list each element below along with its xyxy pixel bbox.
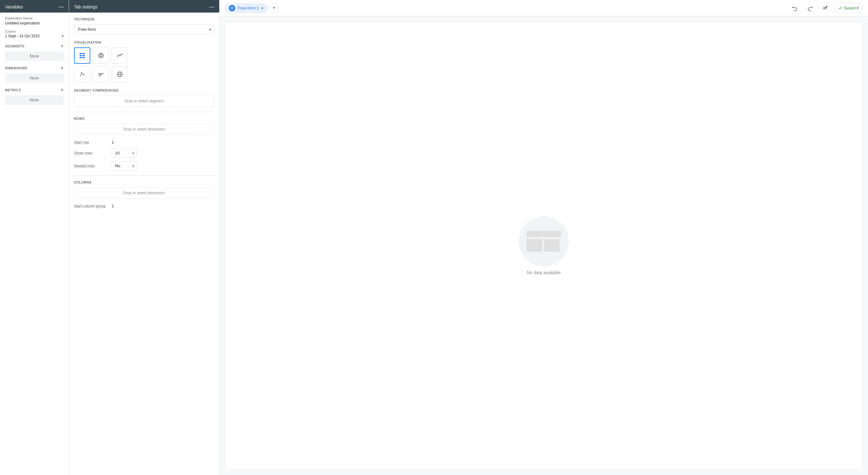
tab-chevron-icon: ▾ [261, 6, 264, 10]
tab-label: Free-form 1 [238, 6, 259, 10]
date-chevron-icon: ▾ [62, 34, 64, 38]
start-column-group-value[interactable]: 1 [112, 204, 114, 208]
svg-rect-2 [80, 55, 82, 56]
svg-point-11 [83, 74, 84, 75]
date-custom-label: Custom [5, 30, 64, 33]
svg-rect-4 [80, 57, 82, 58]
vis-button-table[interactable] [74, 48, 90, 64]
segments-add-button[interactable]: + [60, 43, 64, 49]
technique-label: TECHNIQUE [74, 18, 214, 21]
svg-rect-13 [98, 73, 104, 74]
date-range-text: 1 Sept - 14 Oct 2022 [5, 34, 40, 38]
tab-settings-body: TECHNIQUE Free-form ▾ VISUALISATION [69, 12, 219, 475]
no-data-inner [527, 231, 561, 251]
rows-label: ROWS [74, 117, 214, 120]
segments-none: None [5, 52, 64, 61]
variables-title: Variables [5, 4, 23, 9]
variables-panel-header: Variables — [0, 0, 69, 12]
rows-section: ROWS Drop or select dimension Start row … [74, 117, 214, 170]
nested-rows-select[interactable]: No Yes [112, 161, 137, 170]
svg-rect-3 [83, 55, 85, 56]
main-canvas: No data available [224, 21, 863, 470]
redo-button[interactable] [804, 2, 816, 14]
vis-button-geo[interactable] [112, 66, 128, 83]
metrics-add-button[interactable]: + [60, 87, 64, 93]
vis-button-bar[interactable] [93, 66, 109, 83]
show-rows-setting: Show rows 10 25 50 100 ▾ [74, 148, 214, 157]
start-row-label: Start row [74, 140, 112, 145]
status-dropdown-icon: ▾ [857, 6, 859, 10]
tab-icon [229, 5, 235, 11]
date-range-selector[interactable]: 1 Sept - 14 Oct 2022 ▾ [5, 34, 64, 38]
share-button[interactable] [819, 2, 831, 14]
variables-panel: Variables — Exploration Name: Untitled e… [0, 0, 69, 475]
no-data-icon [519, 216, 569, 266]
segments-section-header: SEGMENTS + [5, 43, 64, 49]
nested-rows-label: Nested rows [74, 164, 112, 168]
nested-rows-setting: Nested rows No Yes ▾ [74, 161, 214, 170]
variables-body: Exploration Name: Untitled exploration C… [0, 12, 69, 475]
technique-select[interactable]: Free-form [74, 24, 214, 34]
columns-section: COLUMNS Drop or select dimension Start c… [74, 181, 214, 208]
segment-drop-zone[interactable]: Drop or select segment [74, 95, 214, 107]
columns-label: COLUMNS [74, 181, 214, 184]
exploration-label: Exploration Name: [5, 16, 64, 20]
main-content: Free-form 1 ▾ + [219, 0, 868, 475]
visualisation-grid [74, 48, 214, 83]
dimensions-none: None [5, 73, 64, 83]
tabs-area: Free-form 1 ▾ + [224, 3, 279, 13]
start-column-group-label: Start column group [74, 204, 112, 208]
svg-point-10 [82, 73, 83, 75]
svg-rect-5 [83, 57, 85, 58]
svg-rect-0 [80, 53, 82, 54]
show-rows-select-wrapper: 10 25 50 100 ▾ [112, 148, 137, 157]
tab-freeform1[interactable]: Free-form 1 ▾ [224, 3, 268, 13]
vis-button-donut[interactable] [93, 48, 109, 64]
status-text: Saved [844, 6, 856, 10]
add-tab-button[interactable]: + [269, 3, 279, 13]
date-range-block[interactable]: Custom 1 Sept - 14 Oct 2022 ▾ [5, 30, 64, 38]
visualisation-label: VISUALISATION [74, 41, 214, 44]
tab-settings-panel: Tab settings — TECHNIQUE Free-form ▾ VIS… [69, 0, 219, 475]
status-button[interactable]: ✓ Saved ▾ [834, 3, 863, 13]
dimensions-label: DIMENSIONS [5, 66, 27, 70]
show-rows-select[interactable]: 10 25 50 100 [112, 148, 137, 157]
toolbar-actions: ✓ Saved ▾ [789, 2, 863, 14]
undo-button[interactable] [789, 2, 801, 14]
rows-drop-zone[interactable]: Drop or select dimension [74, 124, 214, 135]
metrics-label: METRICS [5, 88, 21, 92]
vis-button-line[interactable] [112, 48, 128, 64]
metrics-section-header: METRICS + [5, 87, 64, 93]
svg-rect-15 [98, 76, 101, 76]
segments-label: SEGMENTS [5, 44, 25, 48]
svg-point-7 [100, 54, 102, 57]
vis-button-scatter[interactable] [74, 66, 90, 83]
start-row-setting: Start row 1 [74, 140, 214, 145]
tab-settings-title: Tab settings [74, 4, 97, 9]
no-data-row2 [527, 239, 561, 251]
exploration-name[interactable]: Untitled exploration [5, 21, 64, 25]
start-row-value[interactable]: 1 [112, 140, 114, 145]
status-icon: ✓ [839, 5, 843, 11]
variables-close-icon[interactable]: — [59, 4, 64, 9]
svg-rect-1 [83, 53, 85, 54]
metrics-none: None [5, 95, 64, 105]
svg-rect-14 [98, 75, 102, 75]
columns-drop-zone[interactable]: Drop or select dimension [74, 187, 214, 199]
no-data-row1 [527, 231, 561, 237]
nested-rows-select-wrapper: No Yes ▾ [112, 161, 137, 170]
main-toolbar: Free-form 1 ▾ + [219, 0, 868, 16]
tab-settings-header: Tab settings — [69, 0, 219, 12]
no-data-text: No data available [527, 270, 561, 275]
show-rows-label: Show rows [74, 151, 112, 155]
no-data-cell-2 [544, 239, 560, 251]
technique-select-wrapper: Free-form ▾ [74, 24, 214, 34]
start-column-group-setting: Start column group 1 [74, 204, 214, 208]
dimensions-section-header: DIMENSIONS + [5, 65, 64, 71]
svg-point-9 [80, 75, 82, 76]
no-data-cell-1 [527, 239, 542, 251]
segment-comparisons-label: SEGMENT COMPARISONS [74, 89, 214, 92]
tab-settings-close-icon[interactable]: — [209, 4, 214, 9]
svg-point-12 [81, 72, 82, 74]
dimensions-add-button[interactable]: + [60, 65, 64, 71]
